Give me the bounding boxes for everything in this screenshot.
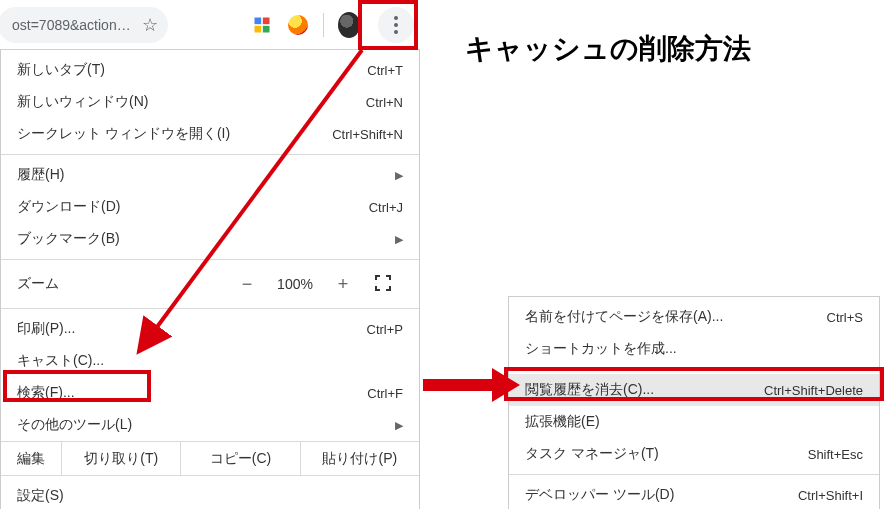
- menu-history[interactable]: 履歴(H) ▶: [1, 159, 419, 191]
- menu-new-tab[interactable]: 新しいタブ(T) Ctrl+T: [1, 54, 419, 86]
- menu-cast[interactable]: キャスト(C)...: [1, 345, 419, 377]
- menu-incognito[interactable]: シークレット ウィンドウを開く(I) Ctrl+Shift+N: [1, 118, 419, 150]
- menu-settings[interactable]: 設定(S): [1, 480, 419, 509]
- menu-new-window[interactable]: 新しいウィンドウ(N) Ctrl+N: [1, 86, 419, 118]
- svg-rect-2: [255, 25, 262, 32]
- submenu-extensions[interactable]: 拡張機能(E): [509, 406, 879, 438]
- menu-bookmarks[interactable]: ブックマーク(B) ▶: [1, 223, 419, 255]
- extension-icon[interactable]: [287, 14, 309, 36]
- omnibox[interactable]: ost=7089&action=… ☆: [0, 7, 168, 43]
- zoom-out-button[interactable]: −: [227, 274, 267, 295]
- zoom-percent: 100%: [267, 276, 323, 292]
- menu-find[interactable]: 検索(F)... Ctrl+F: [1, 377, 419, 409]
- zoom-in-button[interactable]: +: [323, 274, 363, 295]
- svg-rect-0: [255, 17, 262, 24]
- submenu-create-shortcut[interactable]: ショートカットを作成...: [509, 333, 879, 365]
- toolbar-icons: [251, 7, 420, 43]
- google-extension-icon[interactable]: [251, 14, 273, 36]
- chevron-right-icon: ▶: [389, 233, 403, 246]
- menu-print[interactable]: 印刷(P)... Ctrl+P: [1, 313, 419, 345]
- profile-avatar-icon[interactable]: [338, 14, 360, 36]
- browser-toolbar: ost=7089&action=… ☆: [0, 0, 420, 50]
- omnibox-url: ost=7089&action=…: [12, 17, 134, 33]
- menu-downloads[interactable]: ダウンロード(D) Ctrl+J: [1, 191, 419, 223]
- chevron-right-icon: ▶: [389, 419, 403, 432]
- svg-rect-1: [263, 17, 270, 24]
- fullscreen-icon[interactable]: [363, 275, 403, 294]
- toolbar-divider: [323, 13, 324, 37]
- submenu-dev-tools[interactable]: デベロッパー ツール(D) Ctrl+Shift+I: [509, 479, 879, 509]
- svg-rect-3: [263, 25, 270, 32]
- edit-copy-button[interactable]: コピー(C): [181, 442, 300, 475]
- submenu-task-manager[interactable]: タスク マネージャ(T) Shift+Esc: [509, 438, 879, 470]
- menu-more-tools[interactable]: その他のツール(L) ▶: [1, 409, 419, 441]
- page-title: キャッシュの削除方法: [465, 30, 751, 68]
- menu-edit-row: 編集 切り取り(T) コピー(C) 貼り付け(P): [1, 441, 419, 475]
- edit-cut-button[interactable]: 切り取り(T): [62, 442, 181, 475]
- menu-zoom-row: ズーム − 100% +: [1, 264, 419, 304]
- edit-paste-button[interactable]: 貼り付け(P): [301, 442, 419, 475]
- more-tools-submenu: 名前を付けてページを保存(A)... Ctrl+S ショートカットを作成... …: [508, 296, 880, 509]
- submenu-clear-browsing-data[interactable]: 閲覧履歴を消去(C)... Ctrl+Shift+Delete: [509, 374, 879, 406]
- submenu-save-as[interactable]: 名前を付けてページを保存(A)... Ctrl+S: [509, 301, 879, 333]
- chevron-right-icon: ▶: [389, 169, 403, 182]
- chrome-main-menu: 新しいタブ(T) Ctrl+T 新しいウィンドウ(N) Ctrl+N シークレッ…: [0, 50, 420, 509]
- star-icon[interactable]: ☆: [134, 14, 158, 36]
- chrome-menu-button[interactable]: [378, 7, 414, 43]
